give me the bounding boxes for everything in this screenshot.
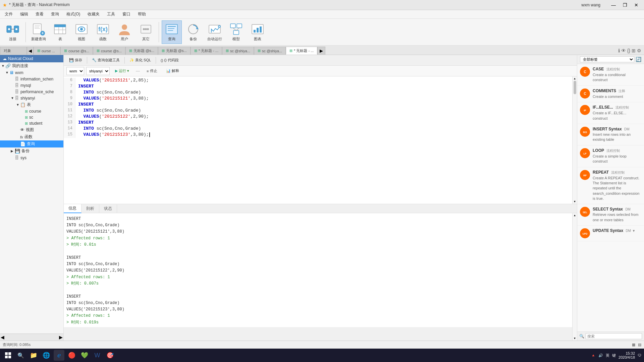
menu-format[interactable]: 格式(O) — [63, 11, 84, 18]
tree-my-connections[interactable]: ▼ 🔗 我的连接 — [0, 62, 63, 69]
snippet-update[interactable]: UPD UPDATE Syntax DM ▼ — [577, 226, 644, 241]
schema-selector[interactable]: shiyanyi — [86, 67, 110, 75]
result-tab-info[interactable]: 信息 — [64, 204, 82, 213]
toolbar-chart[interactable]: 图表 — [248, 20, 268, 44]
toolbar-other[interactable]: 其它 — [136, 20, 156, 44]
tree-tables[interactable]: ▼ 📋 表 — [0, 101, 63, 108]
tree-sc[interactable]: ⊞ sc — [0, 114, 63, 120]
result-scrollbar[interactable]: ▲ ▼ — [572, 213, 577, 341]
menu-tools[interactable]: 工具 — [104, 11, 118, 18]
maximize-button[interactable]: ❒ — [620, 2, 630, 8]
minimize-button[interactable]: — — [608, 2, 619, 8]
snippet-select[interactable]: SEL SELECT Syntax DM Retrieve rows selec… — [577, 204, 644, 226]
tab-info-icon[interactable]: ℹ — [618, 48, 620, 53]
result-tab-status[interactable]: 状态 — [99, 204, 117, 213]
tab-sc1[interactable]: ⊞ sc @shiya... — [222, 47, 254, 55]
tab-course-at-s[interactable]: ⊞ course @s... — [60, 47, 93, 55]
result-scroll-up[interactable]: ▲ — [574, 214, 576, 217]
scroll-down-btn[interactable]: ▼ — [574, 200, 576, 203]
tab-course-at-s2[interactable]: ⊞ course @s... — [93, 47, 125, 55]
taskbar-word[interactable]: W — [92, 350, 103, 361]
tab-grid-icon[interactable]: ⊞ — [632, 48, 636, 53]
right-panel-refresh-icon[interactable]: 🔄 — [636, 57, 641, 62]
sidebar-scroll-right[interactable]: ▶ — [59, 335, 63, 340]
toolbar-func[interactable]: f(x) 函数 — [93, 20, 113, 44]
editor-content[interactable]: 6 VALUES('201215121',2,85); 7 INSERT 8 I… — [64, 76, 572, 204]
code-snippets-button[interactable]: () () 代码段 — [158, 57, 181, 63]
layout-grid-icon[interactable]: ▦ — [632, 343, 635, 347]
taskbar-edge[interactable]: ℯ — [54, 350, 64, 361]
toolbar-newquery[interactable]: + 新建查询 — [29, 20, 49, 44]
tab-settings-icon[interactable]: ⚙ — [637, 48, 641, 53]
tab-untitled-active[interactable]: ⊞ * 无标题 - ... — [286, 47, 317, 55]
beautify-button[interactable]: ✨ 美化 SQL — [127, 57, 154, 63]
menu-query[interactable]: 查询 — [48, 11, 62, 18]
snippet-filter-select[interactable]: 全部标签 — [580, 56, 634, 62]
tab-untitled-star[interactable]: ⊞ * 无标题 - ... — [191, 47, 222, 55]
snippet-case[interactable]: C CASE 流程控制 Create a conditional constru… — [577, 64, 644, 86]
tree-shiyanyi[interactable]: ▼ 🗄 shiyanyi — [0, 95, 63, 101]
save-button[interactable]: 💾 保存 — [66, 57, 85, 63]
menu-window[interactable]: 窗口 — [119, 11, 134, 18]
tree-views[interactable]: 👁 视图 — [0, 126, 63, 133]
tree-info-schema[interactable]: 🗄 information_schen — [0, 76, 63, 82]
tab-untitled-1[interactable]: ⊞ 无标题 @s... — [125, 47, 158, 55]
editor-scrollbar[interactable]: ▲ ▼ — [572, 76, 577, 204]
layout-list-icon[interactable]: ▤ — [638, 343, 641, 347]
toolbar-connect[interactable]: 连接 — [3, 20, 23, 44]
toolbar-table[interactable]: 表 — [50, 20, 70, 44]
result-scroll-down[interactable]: ▼ — [574, 337, 576, 340]
taskbar-volume-icon[interactable]: 🔊 — [598, 353, 603, 358]
toolbar-query[interactable]: 查询 — [162, 20, 182, 44]
taskbar-360[interactable]: 🔴 — [66, 350, 77, 361]
tree-student[interactable]: ⊞ student — [0, 120, 63, 126]
tree-queries[interactable]: 📄 查询 — [0, 140, 63, 147]
snippet-repeat[interactable]: RP REPEAT 流程控制 Create A REPEAT construct… — [577, 167, 644, 204]
taskbar-extra[interactable]: 🎯 — [105, 350, 115, 361]
db-selector[interactable]: wxm — [66, 67, 84, 75]
start-button[interactable] — [3, 350, 13, 361]
taskbar-notification[interactable]: 🗨 — [638, 353, 641, 357]
tab-object[interactable]: 对象 — [0, 47, 27, 55]
tab-bracket-icon[interactable]: {} — [627, 48, 630, 53]
snippet-loop[interactable]: LP LOOP 流程控制 Create a simple loop constr… — [577, 145, 644, 167]
snippet-search-input[interactable] — [586, 333, 642, 339]
scroll-up-btn[interactable]: ▲ — [574, 77, 576, 80]
query-builder-button[interactable]: 🔧 查询创建工具 — [89, 57, 122, 63]
explain-button[interactable]: 📊 解释 — [163, 68, 182, 74]
tree-functions[interactable]: fx 函数 — [0, 133, 63, 140]
toolbar-user[interactable]: 用户 — [114, 20, 135, 44]
menu-favorites[interactable]: 收藏夹 — [84, 11, 103, 18]
toolbar-model[interactable]: 模型 — [226, 20, 246, 44]
tab-course1[interactable]: ⊞ ourse ... — [34, 47, 60, 55]
tab-sc2[interactable]: ⊞ sc @shiya... — [254, 47, 286, 55]
tab-untitled-2[interactable]: ⊞ 无标题 @s... — [158, 47, 191, 55]
menu-view[interactable]: 查看 — [32, 11, 47, 18]
menu-file[interactable]: 文件 — [1, 11, 16, 18]
tree-wxm[interactable]: ▼ 🖥 wxm — [0, 69, 63, 76]
sidebar-scroll-left[interactable]: ◀ — [1, 335, 4, 340]
close-button[interactable]: ✕ — [631, 2, 641, 8]
toolbar-backup[interactable]: 备份 — [183, 20, 203, 44]
tree-course[interactable]: ⊞ course — [0, 108, 63, 114]
result-tab-analyze[interactable]: 剖析 — [82, 204, 99, 213]
taskbar-chrome[interactable]: 🌐 — [41, 350, 52, 361]
tree-perf-schema[interactable]: 🗄 performance_sche — [0, 88, 63, 95]
menu-help[interactable]: 帮助 — [135, 11, 149, 18]
taskbar-files[interactable]: 📁 — [28, 350, 39, 361]
snippet-ifelse[interactable]: IF IF...ELSE... 流程控制 Create a IF...ELSE.… — [577, 102, 644, 124]
taskbar-wechat[interactable]: 💚 — [79, 350, 90, 361]
run-button[interactable]: ▶ 运行 ▾ — [112, 68, 132, 74]
snippet-comments[interactable]: C COMMENTS 注释 Create a comment — [577, 86, 644, 102]
tab-more-btn[interactable]: ▶ — [317, 47, 325, 55]
toolbar-view[interactable]: 视图 — [71, 20, 92, 44]
stop-button[interactable]: ■ 停止 — [143, 68, 161, 74]
toolbar-autorun[interactable]: 自动运行 — [205, 20, 225, 44]
taskbar-search[interactable]: 🔍 — [15, 350, 26, 361]
tree-backup[interactable]: ▶ 💾 备份 — [0, 147, 63, 155]
tab-prev-btn[interactable]: ◀ — [27, 47, 34, 55]
tab-eye-icon[interactable]: 👁 — [621, 48, 626, 53]
snippet-insert[interactable]: INS INSERT Syntax DM Insert new rows int… — [577, 124, 644, 145]
code-editor[interactable]: 6 VALUES('201215121',2,85); 7 INSERT 8 I… — [64, 76, 572, 204]
menu-edit[interactable]: 编辑 — [17, 11, 32, 18]
